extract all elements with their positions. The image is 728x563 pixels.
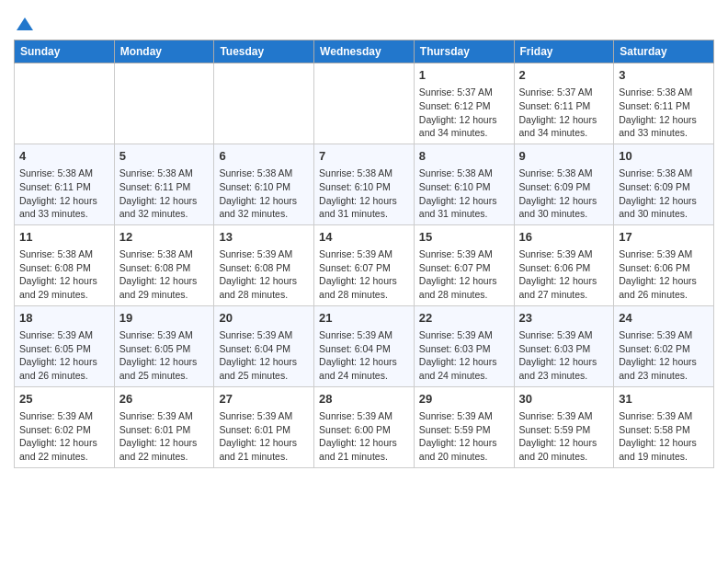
day-info: Sunrise: 5:39 AM Sunset: 6:02 PM Dayligh… (619, 328, 709, 383)
calendar-cell: 19Sunrise: 5:39 AM Sunset: 6:05 PM Dayli… (114, 305, 214, 386)
calendar-header-saturday: Saturday (614, 40, 714, 63)
day-number: 30 (519, 391, 609, 408)
day-info: Sunrise: 5:39 AM Sunset: 6:05 PM Dayligh… (19, 328, 109, 383)
day-info: Sunrise: 5:39 AM Sunset: 6:01 PM Dayligh… (219, 409, 309, 464)
calendar-cell: 6Sunrise: 5:38 AM Sunset: 6:10 PM Daylig… (214, 144, 314, 224)
page-container: SundayMondayTuesdayWednesdayThursdayFrid… (14, 14, 714, 468)
calendar-cell: 15Sunrise: 5:39 AM Sunset: 6:07 PM Dayli… (414, 224, 514, 305)
day-number: 21 (319, 310, 409, 327)
calendar-cell: 31Sunrise: 5:39 AM Sunset: 5:58 PM Dayli… (614, 386, 714, 467)
header (14, 14, 714, 30)
calendar-cell: 26Sunrise: 5:39 AM Sunset: 6:01 PM Dayli… (114, 386, 214, 467)
day-info: Sunrise: 5:39 AM Sunset: 6:00 PM Dayligh… (319, 409, 409, 464)
logo-icon (15, 14, 35, 34)
day-number: 1 (419, 67, 509, 84)
day-info: Sunrise: 5:37 AM Sunset: 6:11 PM Dayligh… (519, 86, 609, 140)
calendar-header-wednesday: Wednesday (314, 40, 415, 63)
day-info: Sunrise: 5:38 AM Sunset: 6:08 PM Dayligh… (19, 247, 109, 302)
calendar-cell: 21Sunrise: 5:39 AM Sunset: 6:04 PM Dayli… (314, 305, 415, 386)
day-number: 3 (619, 67, 709, 84)
calendar-cell (314, 63, 415, 144)
calendar-week-5: 25Sunrise: 5:39 AM Sunset: 6:02 PM Dayli… (15, 386, 714, 467)
calendar-header-monday: Monday (114, 40, 214, 63)
calendar-cell: 8Sunrise: 5:38 AM Sunset: 6:10 PM Daylig… (414, 144, 514, 224)
calendar-cell: 11Sunrise: 5:38 AM Sunset: 6:08 PM Dayli… (15, 224, 115, 305)
calendar-cell (214, 63, 314, 144)
calendar-cell: 1Sunrise: 5:37 AM Sunset: 6:12 PM Daylig… (414, 63, 514, 144)
day-number: 20 (219, 310, 309, 327)
day-info: Sunrise: 5:39 AM Sunset: 5:58 PM Dayligh… (619, 409, 709, 464)
day-info: Sunrise: 5:37 AM Sunset: 6:12 PM Dayligh… (419, 86, 509, 140)
day-info: Sunrise: 5:38 AM Sunset: 6:11 PM Dayligh… (119, 167, 210, 221)
calendar-cell: 30Sunrise: 5:39 AM Sunset: 5:59 PM Dayli… (514, 386, 614, 467)
calendar-cell: 28Sunrise: 5:39 AM Sunset: 6:00 PM Dayli… (314, 386, 415, 467)
calendar-cell: 24Sunrise: 5:39 AM Sunset: 6:02 PM Dayli… (614, 305, 714, 386)
calendar-cell: 20Sunrise: 5:39 AM Sunset: 6:04 PM Dayli… (214, 305, 314, 386)
day-info: Sunrise: 5:38 AM Sunset: 6:10 PM Dayligh… (419, 167, 509, 221)
calendar-table: SundayMondayTuesdayWednesdayThursdayFrid… (14, 40, 714, 468)
day-number: 9 (519, 148, 609, 165)
day-info: Sunrise: 5:38 AM Sunset: 6:11 PM Dayligh… (19, 167, 109, 221)
day-info: Sunrise: 5:38 AM Sunset: 6:11 PM Dayligh… (619, 86, 709, 140)
day-info: Sunrise: 5:38 AM Sunset: 6:08 PM Dayligh… (119, 247, 210, 302)
day-info: Sunrise: 5:38 AM Sunset: 6:10 PM Dayligh… (219, 167, 309, 221)
calendar-cell: 3Sunrise: 5:38 AM Sunset: 6:11 PM Daylig… (614, 63, 714, 144)
day-number: 16 (519, 229, 609, 246)
day-info: Sunrise: 5:39 AM Sunset: 6:06 PM Dayligh… (519, 247, 609, 302)
calendar-cell: 17Sunrise: 5:39 AM Sunset: 6:06 PM Dayli… (614, 224, 714, 305)
day-number: 29 (419, 391, 509, 408)
day-number: 2 (519, 67, 609, 84)
calendar-week-2: 4Sunrise: 5:38 AM Sunset: 6:11 PM Daylig… (15, 144, 714, 224)
day-info: Sunrise: 5:39 AM Sunset: 6:04 PM Dayligh… (219, 328, 309, 383)
day-number: 10 (619, 148, 709, 165)
day-number: 15 (419, 229, 509, 246)
day-info: Sunrise: 5:39 AM Sunset: 6:03 PM Dayligh… (419, 328, 509, 383)
calendar-header-thursday: Thursday (414, 40, 514, 63)
day-info: Sunrise: 5:39 AM Sunset: 6:08 PM Dayligh… (219, 247, 309, 302)
calendar-cell: 4Sunrise: 5:38 AM Sunset: 6:11 PM Daylig… (15, 144, 115, 224)
day-info: Sunrise: 5:39 AM Sunset: 6:07 PM Dayligh… (419, 247, 509, 302)
day-number: 12 (119, 229, 210, 246)
calendar-cell (15, 63, 115, 144)
day-info: Sunrise: 5:39 AM Sunset: 6:01 PM Dayligh… (119, 409, 210, 464)
day-info: Sunrise: 5:38 AM Sunset: 6:09 PM Dayligh… (619, 167, 709, 221)
day-number: 11 (19, 229, 109, 246)
calendar-cell: 29Sunrise: 5:39 AM Sunset: 5:59 PM Dayli… (414, 386, 514, 467)
day-number: 19 (119, 310, 210, 327)
day-number: 17 (619, 229, 709, 246)
calendar-cell: 23Sunrise: 5:39 AM Sunset: 6:03 PM Dayli… (514, 305, 614, 386)
day-number: 6 (219, 148, 309, 165)
calendar-cell: 16Sunrise: 5:39 AM Sunset: 6:06 PM Dayli… (514, 224, 614, 305)
day-info: Sunrise: 5:39 AM Sunset: 6:02 PM Dayligh… (19, 409, 109, 464)
day-number: 28 (319, 391, 409, 408)
calendar-cell: 2Sunrise: 5:37 AM Sunset: 6:11 PM Daylig… (514, 63, 614, 144)
calendar-cell: 9Sunrise: 5:38 AM Sunset: 6:09 PM Daylig… (514, 144, 614, 224)
day-info: Sunrise: 5:38 AM Sunset: 6:09 PM Dayligh… (519, 167, 609, 221)
day-info: Sunrise: 5:39 AM Sunset: 6:03 PM Dayligh… (519, 328, 609, 383)
calendar-cell: 12Sunrise: 5:38 AM Sunset: 6:08 PM Dayli… (114, 224, 214, 305)
calendar-cell (114, 63, 214, 144)
day-number: 31 (619, 391, 709, 408)
day-number: 4 (19, 148, 109, 165)
day-number: 5 (119, 148, 210, 165)
calendar-header-friday: Friday (514, 40, 614, 63)
logo (14, 14, 35, 30)
day-info: Sunrise: 5:38 AM Sunset: 6:10 PM Dayligh… (319, 167, 409, 221)
day-number: 7 (319, 148, 409, 165)
calendar-cell: 18Sunrise: 5:39 AM Sunset: 6:05 PM Dayli… (15, 305, 115, 386)
day-number: 22 (419, 310, 509, 327)
calendar-cell: 22Sunrise: 5:39 AM Sunset: 6:03 PM Dayli… (414, 305, 514, 386)
calendar-cell: 5Sunrise: 5:38 AM Sunset: 6:11 PM Daylig… (114, 144, 214, 224)
calendar-week-4: 18Sunrise: 5:39 AM Sunset: 6:05 PM Dayli… (15, 305, 714, 386)
day-info: Sunrise: 5:39 AM Sunset: 6:05 PM Dayligh… (119, 328, 210, 383)
day-info: Sunrise: 5:39 AM Sunset: 6:06 PM Dayligh… (619, 247, 709, 302)
day-info: Sunrise: 5:39 AM Sunset: 5:59 PM Dayligh… (519, 409, 609, 464)
calendar-header-tuesday: Tuesday (214, 40, 314, 63)
day-number: 27 (219, 391, 309, 408)
day-info: Sunrise: 5:39 AM Sunset: 6:04 PM Dayligh… (319, 328, 409, 383)
calendar-header-sunday: Sunday (15, 40, 115, 63)
calendar-cell: 7Sunrise: 5:38 AM Sunset: 6:10 PM Daylig… (314, 144, 415, 224)
day-number: 14 (319, 229, 409, 246)
day-number: 26 (119, 391, 210, 408)
svg-marker-0 (17, 17, 33, 30)
